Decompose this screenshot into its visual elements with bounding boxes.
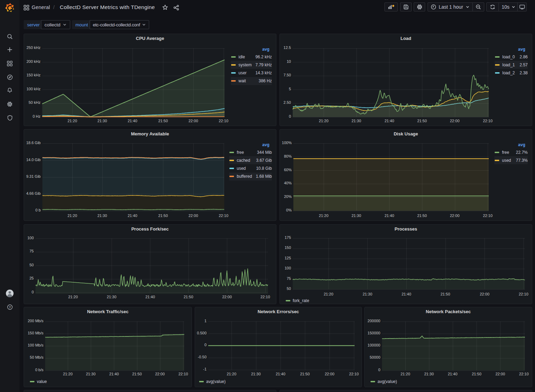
svg-text:?: ? [9, 305, 11, 309]
